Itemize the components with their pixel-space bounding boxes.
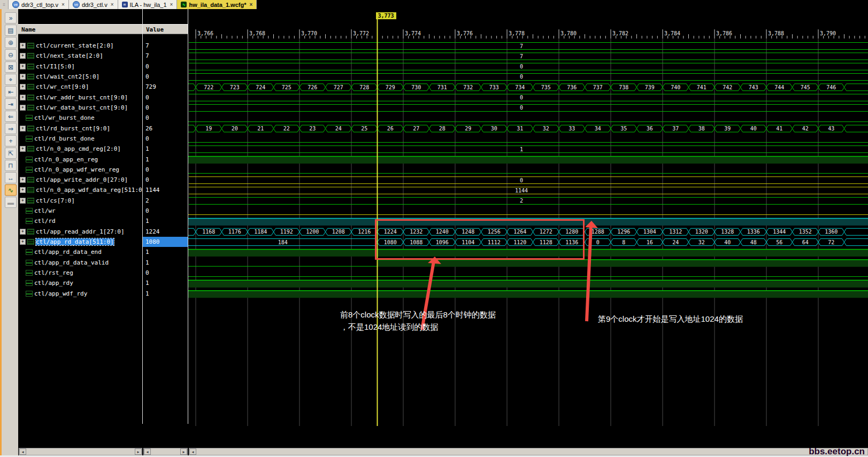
close-icon[interactable]: × [170, 2, 173, 7]
signal-value-row[interactable]: 0 [143, 206, 188, 216]
signal-value-row[interactable]: 0 [143, 165, 188, 175]
close-icon[interactable]: × [249, 2, 252, 7]
signal-name-row[interactable]: +ctl/current_state[2:0] [18, 41, 142, 51]
tab-ila-hw-ila-1[interactable]: ≋ILA - hw_ila_1× [118, 0, 178, 9]
signal-name-row[interactable]: ctl/app_wdf_rdy [18, 289, 142, 299]
waveform-canvas[interactable]: 3,7663,7683,7703,7723,7743,7763,7783,780… [188, 9, 868, 457]
tab-ddr3-ctl-v[interactable]: veddr3_ctl.v× [69, 0, 118, 9]
signal-value-row[interactable]: 26 [143, 123, 188, 134]
signal-name-row[interactable]: +ctl/n_0_app_wdf_data_reg[511:0] [18, 185, 142, 195]
signal-name-row[interactable]: ctl/wr_burst_done [18, 113, 142, 123]
expand-icon[interactable]: + [20, 53, 26, 59]
zoom-to-cursor-icon[interactable]: ⌖ [5, 74, 17, 85]
signal-value-row[interactable]: 1 [143, 216, 188, 226]
signal-name-row[interactable]: ctl/app_rd_data_end [18, 247, 142, 257]
signal-value-row[interactable]: 729 [143, 82, 188, 92]
scroll-right-icon[interactable]: ▸ [135, 448, 142, 455]
dock-icon[interactable]: » [5, 12, 17, 24]
signal-value-row[interactable]: 1224 [143, 227, 188, 237]
scroll-right-icon[interactable]: ▸ [180, 448, 187, 455]
tab-hw-ila-data-1-wcfg-[interactable]: ∿hw_ila_data_1.wcfg*× [177, 0, 257, 9]
signal-name-row[interactable]: ctl/rd [18, 216, 142, 226]
signal-value-row[interactable]: 1 [143, 144, 188, 154]
signal-value-row[interactable]: 7 [143, 41, 188, 51]
expand-icon[interactable]: + [20, 177, 26, 183]
signal-name-row[interactable]: ctl/rst_reg [18, 268, 142, 278]
signal-value-row[interactable]: 7 [143, 51, 188, 61]
signal-value-row[interactable]: 1080 [143, 237, 188, 247]
expand-icon[interactable]: + [20, 146, 26, 152]
expand-icon[interactable]: + [20, 239, 26, 245]
tab-ddr3-ctl-top-v[interactable]: veddr3_ctl_top.v× [9, 0, 69, 9]
expand-icon[interactable]: + [20, 84, 26, 90]
signal-value-row[interactable]: 1 [143, 247, 188, 257]
signal-name-row[interactable]: ctl/rd_burst_done [18, 134, 142, 144]
zoom-in-icon[interactable]: ⊕ [5, 37, 17, 48]
signal-value-row[interactable]: 0 [143, 113, 188, 123]
signal-value-row[interactable]: 2 [143, 196, 188, 206]
wave-cursor-tool-icon[interactable]: ∿ [5, 184, 17, 196]
names-scrollbar[interactable]: ◂ ▸ [19, 448, 142, 455]
close-icon[interactable]: × [111, 2, 114, 7]
expand-icon[interactable]: + [20, 43, 26, 49]
signal-name-row[interactable]: ctl/app_rd_data_valid [18, 258, 142, 268]
signal-value-row[interactable]: 1144 [143, 185, 188, 195]
expand-icon[interactable]: + [20, 229, 26, 235]
zoom-fit-icon[interactable]: ⊠ [5, 61, 17, 73]
save-waveform-icon[interactable]: ▤ [5, 25, 17, 36]
signal-name-row[interactable]: +ctl/app_rd_data[511:0] [18, 237, 142, 247]
signal-name-row[interactable]: +ctl/wr_cnt[9:0] [18, 82, 142, 92]
signal-value-row[interactable]: 1 [143, 154, 188, 165]
signal-value-row[interactable]: 0 [143, 134, 188, 144]
falling-edge-icon[interactable]: ⊓ [5, 160, 17, 171]
signal-name-row[interactable]: +ctl/rd_burst_cnt[9:0] [18, 123, 142, 134]
signal-name-row[interactable]: +ctl/next_state[2:0] [18, 51, 142, 61]
scroll-left-icon[interactable]: ◂ [19, 448, 26, 455]
signal-name-row[interactable]: +ctl/I1[5:0] [18, 61, 142, 72]
scroll-left-icon[interactable]: ◂ [144, 448, 151, 455]
signal-value-row[interactable]: 1 [143, 258, 188, 268]
signal-name-row[interactable]: +ctl/app_write_addr_0[27:0] [18, 175, 142, 185]
scroll-left-icon[interactable]: ◂ [189, 448, 196, 455]
signal-name-row[interactable]: +ctl/n_0_app_cmd_reg[2:0] [18, 144, 142, 154]
signal-name-row[interactable]: +ctl/wr_data_burst_cnt[9:0] [18, 103, 142, 113]
signal-value-row[interactable]: 1 [143, 289, 188, 299]
signal-value-row[interactable]: 0 [143, 61, 188, 72]
signal-name-row[interactable]: +ctl/wr_addr_burst_cnt[9:0] [18, 92, 142, 103]
go-to-end-icon[interactable]: ⇥ [5, 98, 17, 110]
previous-transition-icon[interactable]: ⇐ [5, 111, 17, 122]
values-scrollbar[interactable]: ◂ ▸ [143, 448, 188, 455]
measure-icon[interactable]: ↔ [5, 172, 17, 183]
expand-icon[interactable]: + [20, 187, 26, 193]
expand-icon[interactable]: + [20, 74, 26, 80]
signal-name-row[interactable]: ctl/wr [18, 206, 142, 216]
signal-name-row[interactable]: ctl/n_0_app_en_reg [18, 154, 142, 165]
signal-name-row[interactable]: ctl/app_rdy [18, 278, 142, 288]
signal-name-row[interactable]: ctl/n_0_app_wdf_wren_reg [18, 165, 142, 175]
zoom-out-icon[interactable]: ⊖ [5, 49, 17, 60]
signal-value-row[interactable]: 0 [143, 72, 188, 82]
waveform-scrollbar[interactable]: ◂ [189, 448, 868, 455]
insert-marker-icon[interactable]: ⇱ [5, 148, 17, 159]
signal-name-row[interactable]: +ctl/wait_cnt2[5:0] [18, 72, 142, 82]
expand-icon[interactable]: + [20, 64, 26, 69]
expand-icon[interactable]: + [20, 105, 26, 111]
expand-icon[interactable]: + [20, 126, 26, 131]
signal-value-row[interactable]: 0 [143, 175, 188, 185]
close-icon[interactable]: × [62, 2, 65, 7]
cursor-time-flag[interactable]: 3,773 [376, 12, 396, 19]
signal-name-row[interactable]: +ctl/cs[7:0] [18, 196, 142, 206]
go-to-start-icon[interactable]: ⇤ [5, 86, 17, 97]
signal-name-row[interactable]: +ctl/app_read_addr_1[27:0] [18, 227, 142, 237]
signal-value-row[interactable]: 0 [143, 268, 188, 278]
expand-icon[interactable]: + [20, 198, 26, 204]
signal-value-row[interactable]: 0 [143, 92, 188, 103]
add-signal-icon[interactable]: + [5, 135, 17, 146]
waveform-panel[interactable]: 3,7663,7683,7703,7723,7743,7763,7783,780… [188, 9, 868, 457]
signal-value-row[interactable]: 0 [143, 103, 188, 113]
expand-icon[interactable]: + [20, 95, 26, 100]
signal-value-row[interactable]: 1 [143, 278, 188, 288]
next-transition-icon[interactable]: ⇒ [5, 123, 17, 134]
tab-strip-handle[interactable]: ⁞⁞ [0, 0, 9, 9]
ruler-tool-icon[interactable]: ▬ [5, 197, 17, 208]
